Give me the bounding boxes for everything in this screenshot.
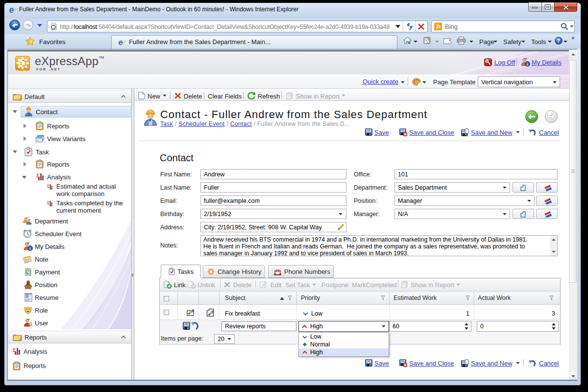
svg-text:e: e: [9, 5, 14, 14]
svg-text:e: e: [118, 38, 122, 46]
svg-text:?: ?: [557, 38, 561, 44]
svg-text:Σ: Σ: [47, 184, 49, 189]
svg-text:$: $: [27, 270, 29, 274]
svg-text:Σ: Σ: [47, 201, 49, 205]
